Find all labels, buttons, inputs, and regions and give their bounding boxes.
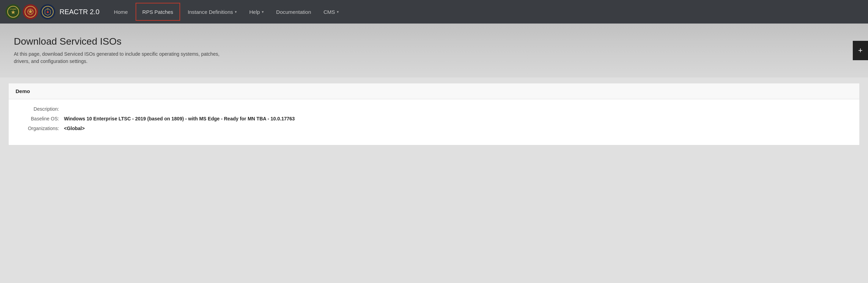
navbar: U.S.ARMY REACTR [0, 0, 868, 24]
page-wrapper: Download Serviced ISOs At this page, dow… [0, 24, 868, 283]
organizations-label: Organizations: [22, 126, 64, 131]
cms-chevron: ▾ [337, 10, 339, 14]
baseline-os-row: Baseline OS: Windows 10 Enterprise LTSC … [22, 116, 846, 121]
svg-point-12 [47, 11, 49, 13]
nav-link-documentation[interactable]: Documentation [270, 0, 317, 24]
nav-link-help[interactable]: Help ▾ [243, 0, 270, 24]
help-chevron: ▾ [262, 10, 264, 14]
nav-link-rps-patches[interactable]: RPS Patches [136, 3, 180, 21]
card-body: Description: Baseline OS: Windows 10 Ent… [9, 99, 859, 145]
nav-link-instance-definitions[interactable]: Instance Definitions ▾ [182, 0, 243, 24]
nav-links: Home RPS Patches Instance Definitions ▾ … [108, 0, 862, 24]
demo-card: Demo Description: Baseline OS: Windows 1… [8, 83, 860, 145]
description-label: Description: [22, 106, 64, 112]
svg-text:U.S.ARMY: U.S.ARMY [10, 8, 17, 10]
nav-link-home[interactable]: Home [108, 0, 134, 24]
organizations-value: <Global> [64, 126, 85, 131]
army-logo: U.S.ARMY [6, 4, 21, 19]
page-title: Download Serviced ISOs [14, 36, 854, 47]
intel-logo [40, 4, 55, 19]
app-title: REACTR 2.0 [59, 8, 100, 16]
card-header: Demo [9, 83, 859, 99]
hero-content: Download Serviced ISOs At this page, dow… [14, 36, 854, 65]
hero-area: Download Serviced ISOs At this page, dow… [0, 24, 868, 77]
description-row: Description: [22, 106, 846, 112]
add-iso-button[interactable]: + [853, 41, 868, 60]
nav-logos: U.S.ARMY [6, 4, 55, 19]
instance-definitions-chevron: ▾ [235, 10, 237, 14]
baseline-os-value: Windows 10 Enterprise LTSC - 2019 (based… [64, 116, 295, 121]
baseline-os-label: Baseline OS: [22, 116, 64, 121]
nav-link-cms[interactable]: CMS ▾ [317, 0, 345, 24]
card-title: Demo [16, 88, 30, 94]
joint-logo [23, 4, 38, 19]
organizations-row: Organizations: <Global> [22, 126, 846, 131]
page-description: At this page, download Serviced ISOs gen… [14, 51, 221, 65]
